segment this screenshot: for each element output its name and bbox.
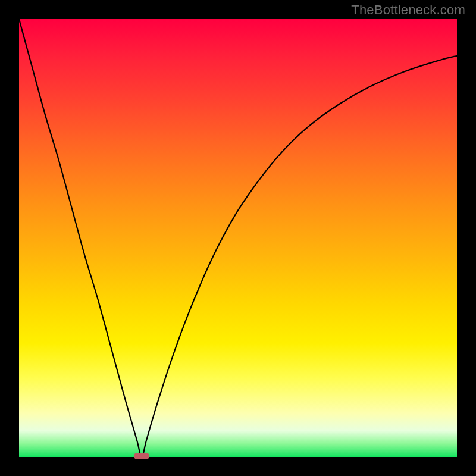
curve-svg [19,19,457,457]
watermark-text: TheBottleneck.com [351,2,465,18]
bottleneck-curve [19,19,457,457]
plot-area [19,19,457,457]
chart-frame: TheBottleneck.com [0,0,476,476]
minimum-marker [134,453,149,459]
